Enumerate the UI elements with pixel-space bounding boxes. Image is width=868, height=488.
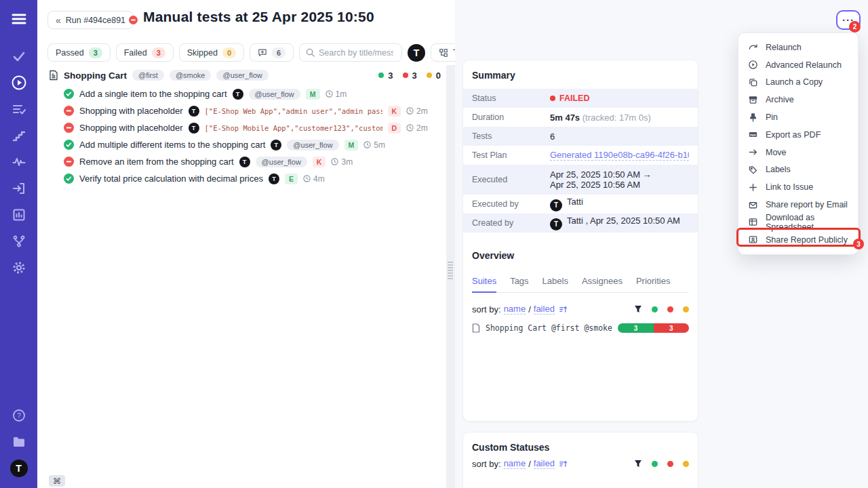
bar-passed-segment: 3 [618, 323, 653, 333]
sidebar-item-milestones[interactable] [0, 122, 37, 148]
search-input[interactable] [319, 48, 393, 58]
test-list: Add a single item to the shopping cart T… [64, 85, 445, 187]
run-back-button[interactable]: « Run #494ce891 [47, 11, 134, 29]
keyboard-shortcuts-button[interactable]: ⌘ [49, 475, 65, 487]
sidebar-item-tests[interactable] [0, 43, 37, 69]
suite-tag[interactable]: @user_flow [216, 70, 268, 81]
test-tag[interactable]: @user_flow [249, 89, 300, 100]
menu-item-share-report-publicly[interactable]: Share Report Publicly [738, 231, 858, 249]
menu-item-advanced-relaunch[interactable]: Advanced Relaunch [738, 56, 858, 74]
reporter-avatar: T [189, 106, 199, 117]
user-avatar[interactable]: T [0, 455, 37, 481]
assignee-badge: M [344, 140, 359, 150]
overview-legend [634, 305, 689, 313]
passed-legend-dot[interactable] [652, 306, 658, 312]
menu-item-launch-a-copy[interactable]: Launch a Copy [738, 74, 858, 92]
email-icon [748, 200, 758, 210]
sort-direction-icon[interactable] [559, 460, 568, 468]
summary-title: Summary [463, 70, 698, 81]
assignee-badge: M [306, 89, 320, 100]
filter-passed-button[interactable]: Passed 3 [47, 43, 111, 62]
failed-legend-dot[interactable] [667, 306, 673, 312]
test-row[interactable]: Shopping with placeholder T ["E-Shop Web… [64, 102, 445, 119]
filter-skipped-button[interactable]: Skipped 0 [179, 43, 244, 62]
sidebar-item-settings[interactable] [0, 254, 37, 281]
comment-plus-icon [258, 48, 267, 57]
sidebar-item-pulse[interactable] [0, 148, 37, 175]
sort-direction-icon[interactable] [559, 305, 568, 314]
search-box[interactable] [299, 43, 402, 62]
skipped-dot-icon [427, 73, 432, 78]
reporter-avatar: T [239, 157, 250, 167]
sort-by-failed-link[interactable]: failed [534, 304, 555, 314]
app-logo-button[interactable]: T [408, 44, 425, 62]
tab-suites[interactable]: Suites [472, 272, 496, 293]
test-row[interactable]: Shopping with placeholder T ["E-Shop Mob… [64, 119, 445, 136]
sidebar-item-branches[interactable] [0, 228, 37, 254]
overview-section: Overview Suites Tags Labels Assignees Pr… [463, 250, 698, 333]
menu-item-pin[interactable]: Pin [738, 108, 858, 126]
menu-item-labels[interactable]: Labels [738, 161, 858, 179]
filter-toolbar: Passed 3 Failed 3 Skipped 0 6 T Tree Vie… [47, 43, 499, 62]
tab-priorities[interactable]: Priorities [636, 272, 671, 292]
suite-header-row[interactable]: Shopping Cart @first @smoke @user_flow 3… [49, 70, 441, 81]
projects-folder-icon[interactable] [0, 428, 37, 455]
test-tag[interactable]: @user_flow [256, 157, 307, 167]
reporter-avatar: T [233, 89, 243, 100]
test-row[interactable]: Verify total price calculation with deci… [64, 170, 445, 187]
menu-item-share-report-by-email[interactable]: Share report by Email [738, 196, 858, 214]
menu-item-link-to-issue[interactable]: Link to Issue [738, 178, 858, 196]
tab-tags[interactable]: Tags [510, 272, 528, 292]
sort-by-failed-link[interactable]: failed [534, 458, 555, 469]
skipped-legend-dot[interactable] [683, 461, 689, 467]
failed-minus-icon [64, 106, 74, 116]
link-issue-icon [748, 182, 758, 192]
test-duration: 5m [363, 140, 385, 150]
help-icon[interactable]: ? [0, 402, 37, 428]
suite-results-bar[interactable]: 3 3 [618, 323, 689, 333]
menu-item-export-as-pdf[interactable]: PDF Export as PDF [738, 126, 858, 144]
sidebar-item-import[interactable] [0, 175, 37, 201]
comments-filter-button[interactable]: 6 [250, 43, 294, 62]
sidebar-item-analytics[interactable] [0, 201, 37, 228]
sidebar-item-runs-active[interactable] [0, 69, 37, 96]
menu-item-move[interactable]: Move [738, 144, 858, 161]
failed-legend-dot[interactable] [667, 461, 673, 467]
filter-failed-button[interactable]: Failed 3 [116, 43, 174, 62]
sidebar-item-test-plans[interactable] [0, 96, 37, 122]
test-row[interactable]: Add multiple different items to the shop… [64, 136, 445, 153]
double-chevron-left-icon: « [56, 15, 61, 26]
failed-dot-icon [403, 73, 408, 78]
suite-tag[interactable]: @first [132, 70, 164, 81]
menu-item-relaunch[interactable]: Relaunch [738, 39, 858, 56]
test-tag[interactable]: @user_flow [287, 140, 338, 150]
sort-by-name-link[interactable]: name [504, 304, 526, 314]
avatar: T [550, 218, 562, 230]
summary-row-status: Status FAILED [463, 89, 698, 108]
test-plan-link[interactable]: Generated 1190e08b-ca96-4f26-b10f-d6dc… [550, 150, 689, 161]
filter-funnel-icon[interactable] [634, 460, 642, 468]
tab-assignees[interactable]: Assignees [582, 272, 623, 292]
test-row[interactable]: Add a single item to the shopping cart T… [64, 85, 445, 102]
sort-by-name-link[interactable]: name [504, 458, 526, 469]
panel-resize-handle[interactable] [446, 65, 455, 488]
executed-by-value: TTatti [550, 197, 583, 211]
filter-funnel-icon[interactable] [634, 305, 642, 313]
passed-check-icon [64, 89, 74, 99]
menu-item-download-as-spreadsheet[interactable]: Download as Spreadsheet [738, 214, 858, 231]
menu-item-archive[interactable]: Archive [738, 91, 858, 108]
test-example-data: ["E-Shop Web App","admin_user","admin_pa… [205, 107, 382, 115]
test-row[interactable]: Remove an item from the shopping cart T … [64, 153, 445, 170]
suite-skipped-count: 0 [436, 70, 441, 81]
skipped-count-badge: 0 [222, 47, 236, 58]
passed-check-icon [64, 174, 74, 184]
custom-statuses-sort-row: sort by: name / failed [463, 458, 698, 469]
hamburger-menu-icon[interactable] [0, 5, 37, 32]
overview-suite-row[interactable]: Shopping Cart @first @smoke … 3 3 [472, 323, 689, 333]
avatar-initial: T [10, 460, 28, 477]
failed-dot-icon [550, 96, 555, 101]
skipped-legend-dot[interactable] [683, 306, 689, 312]
tab-labels[interactable]: Labels [542, 272, 568, 292]
passed-legend-dot[interactable] [652, 461, 658, 467]
suite-tag[interactable]: @smoke [170, 70, 212, 81]
